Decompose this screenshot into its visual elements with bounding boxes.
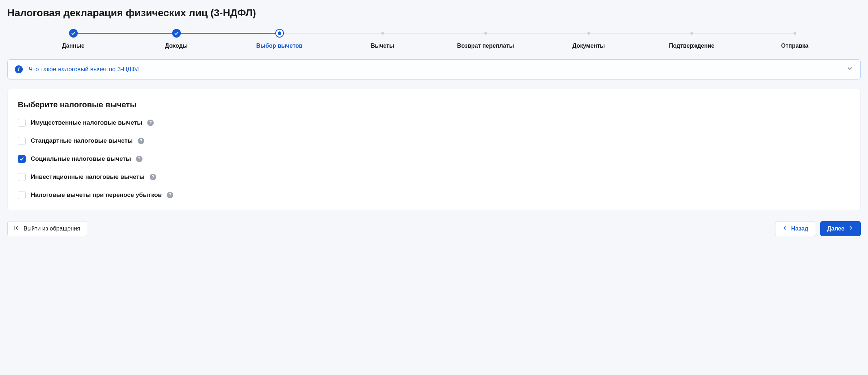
step-label: Возврат переплаты xyxy=(457,43,514,49)
deduction-row-loss-carry: Налоговые вычеты при переносе убытков ? xyxy=(18,191,850,199)
help-icon[interactable]: ? xyxy=(136,156,142,162)
future-step-icon xyxy=(690,32,693,35)
info-icon: i xyxy=(15,65,23,73)
future-step-icon xyxy=(587,32,590,35)
card-title: Выберите налоговые вычеты xyxy=(18,100,850,109)
step-select-deductions[interactable]: Выбор вычетов xyxy=(228,29,331,49)
step-label: Доходы xyxy=(165,43,188,49)
info-banner[interactable]: i Что такое налоговый вычет по 3-НДФЛ xyxy=(7,59,861,79)
back-label: Назад xyxy=(791,225,808,232)
next-label: Далее xyxy=(827,225,844,232)
arrow-left-icon xyxy=(782,225,788,232)
step-data[interactable]: Данные xyxy=(22,29,125,49)
step-deductions: Вычеты xyxy=(331,29,434,49)
future-step-icon xyxy=(381,32,384,35)
step-confirm: Подтверждение xyxy=(640,29,743,49)
deduction-label: Социальные налоговые вычеты xyxy=(31,155,131,163)
stepper: Данные Доходы Выбор вычетов Вычеты Возвр… xyxy=(22,29,846,49)
future-step-icon xyxy=(484,32,487,35)
help-icon[interactable]: ? xyxy=(138,138,144,144)
future-step-icon xyxy=(793,32,796,35)
step-income[interactable]: Доходы xyxy=(125,29,228,49)
deduction-row-social: Социальные налоговые вычеты ? xyxy=(18,155,850,163)
current-step-icon xyxy=(275,29,284,38)
help-icon[interactable]: ? xyxy=(150,174,156,180)
step-label: Выбор вычетов xyxy=(256,43,303,49)
chevron-down-icon xyxy=(847,65,853,73)
step-documents: Документы xyxy=(537,29,640,49)
help-icon[interactable]: ? xyxy=(147,120,154,126)
step-label: Подтверждение xyxy=(669,43,715,49)
deduction-label: Стандартные налоговые вычеты xyxy=(31,137,133,145)
step-send: Отправка xyxy=(743,29,846,49)
checkbox-social[interactable] xyxy=(18,155,26,163)
checkbox-property[interactable] xyxy=(18,119,26,127)
page-title: Налоговая декларация физических лиц (3-Н… xyxy=(7,7,861,19)
deduction-row-standard: Стандартные налоговые вычеты ? xyxy=(18,137,850,145)
deduction-row-investment: Инвестиционные налоговые вычеты ? xyxy=(18,173,850,181)
checkbox-investment[interactable] xyxy=(18,173,26,181)
checkbox-standard[interactable] xyxy=(18,137,26,145)
info-banner-text: Что такое налоговый вычет по 3-НДФЛ xyxy=(29,66,841,73)
back-button[interactable]: Назад xyxy=(775,221,815,236)
exit-icon xyxy=(14,225,20,232)
deductions-card: Выберите налоговые вычеты Имущественные … xyxy=(7,89,861,210)
step-label: Документы xyxy=(573,43,605,49)
deduction-row-property: Имущественные налоговые вычеты ? xyxy=(18,119,850,127)
step-refund: Возврат переплаты xyxy=(434,29,537,49)
check-icon xyxy=(69,29,78,38)
deduction-label: Имущественные налоговые вычеты xyxy=(31,119,142,126)
exit-label: Выйти из обращения xyxy=(24,225,80,232)
deduction-label: Налоговые вычеты при переносе убытков xyxy=(31,191,162,199)
check-icon xyxy=(172,29,181,38)
help-icon[interactable]: ? xyxy=(167,192,173,198)
next-button[interactable]: Далее xyxy=(820,221,861,236)
step-label: Данные xyxy=(62,43,84,49)
exit-button[interactable]: Выйти из обращения xyxy=(7,221,87,236)
arrow-right-icon xyxy=(848,225,854,232)
footer: Выйти из обращения Назад Далее xyxy=(7,221,861,236)
checkbox-loss-carry[interactable] xyxy=(18,191,26,199)
step-label: Отправка xyxy=(781,43,808,49)
deduction-label: Инвестиционные налоговые вычеты xyxy=(31,173,145,181)
step-label: Вычеты xyxy=(371,43,394,49)
